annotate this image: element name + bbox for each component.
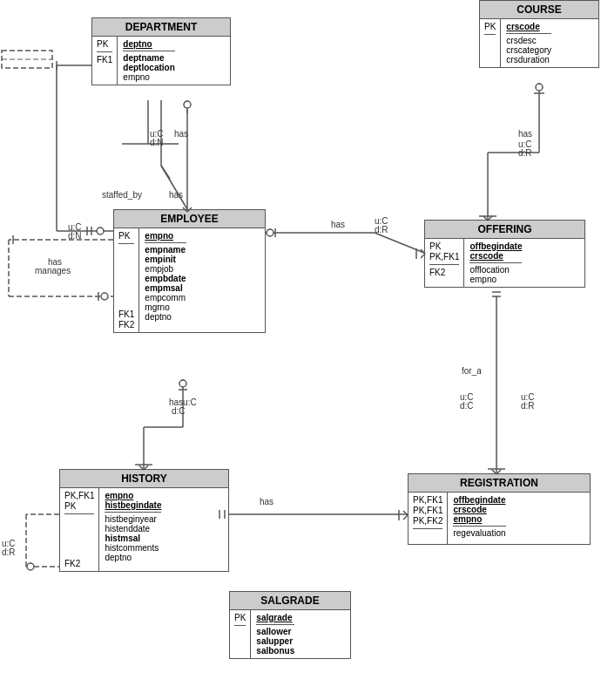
svg-point-16 <box>97 228 104 234</box>
hist-histbegindate: histbegindate <box>105 500 161 510</box>
dept-attrs: deptname deptlocation empno <box>123 53 174 82</box>
reg-attrs: regevaluation <box>453 528 505 538</box>
entity-history-title: HISTORY <box>60 470 228 488</box>
entity-registration-title: REGISTRATION <box>409 474 590 493</box>
svg-line-37 <box>375 233 424 253</box>
entity-department: DEPARTMENT PK FK1 deptno deptname deptlo… <box>91 17 231 85</box>
sal-attrs: sallower salupper salbonus <box>256 627 294 656</box>
course-pk-label: PK <box>484 22 496 31</box>
entity-employee-title: EMPLOYEE <box>114 210 265 228</box>
reg-crscode: crscode <box>453 505 505 514</box>
label-dc-off-reg: d:C <box>460 401 474 411</box>
entity-salgrade-title: SALGRADE <box>230 592 350 610</box>
emp-fk8-label: FK2 <box>118 320 134 330</box>
emp-fk2-label <box>118 257 134 267</box>
label-dr-off-reg: d:R <box>521 401 535 411</box>
emp-fk5-label <box>118 289 134 298</box>
svg-point-9 <box>184 101 191 108</box>
entity-course-title: COURSE <box>480 1 598 19</box>
entity-registration: REGISTRATION PK,FK1 PK,FK1 PK,FK2 offbeg… <box>408 473 591 545</box>
label-dn-dept: d:N <box>150 138 164 147</box>
dept-deptno: deptno <box>123 39 152 49</box>
label-dr-emp-off: d:R <box>375 225 388 234</box>
emp-fk7-label: FK1 <box>118 309 134 319</box>
svg-point-41 <box>267 229 273 236</box>
entity-salgrade: SALGRADE PK salgrade sallower salupper s… <box>229 591 351 659</box>
label-circle-has: has <box>174 129 188 139</box>
sal-salgrade: salgrade <box>256 613 294 622</box>
reg-offbegindate: offbegindate <box>453 495 505 505</box>
label-has-emp-off: has <box>331 220 345 229</box>
emp-fk1-label <box>118 247 134 256</box>
entity-department-title: DEPARTMENT <box>92 18 230 37</box>
svg-rect-63 <box>2 51 52 68</box>
emp-attrs: empname empinit empjob empbdate empmsal … <box>145 245 186 322</box>
hist-attrs: histbeginyear histenddate histmsal histc… <box>105 514 161 562</box>
label-manages: manages <box>35 266 71 275</box>
off-crscode: crscode <box>469 251 522 261</box>
svg-point-24 <box>179 380 186 387</box>
label-dr-course: d:R <box>518 148 532 158</box>
svg-point-35 <box>27 563 34 570</box>
course-pk-label2 <box>484 37 496 47</box>
course-attrs: crsdesc crscategory crsduration <box>506 36 551 65</box>
dept-fk1-label: FK1 <box>97 55 112 65</box>
hist-empno: empno <box>105 491 161 500</box>
dept-pk-label: PK <box>97 39 112 49</box>
off-offbegindate: offbegindate <box>469 241 522 251</box>
sal-pk-label: PK <box>234 613 246 622</box>
emp-fk6-label <box>118 299 134 309</box>
label-has-course-off: has <box>518 129 532 139</box>
emp-fk3-label <box>118 268 134 277</box>
entity-offering-title: OFFERING <box>425 221 584 239</box>
label-dn-left: d:N <box>68 231 82 241</box>
svg-point-49 <box>536 84 543 91</box>
course-crscode: crscode <box>506 22 539 31</box>
emp-fk4-label <box>118 278 134 288</box>
entity-course: COURSE PK crscode crsdesc crscategory cr… <box>479 0 599 68</box>
svg-line-2 <box>161 166 187 209</box>
svg-point-30 <box>101 293 108 300</box>
off-attrs: offlocation empno <box>469 265 522 284</box>
emp-pk-label: PK <box>118 231 134 241</box>
label-for-a: for_a <box>462 366 482 376</box>
label-has-dept-emp: has <box>169 190 183 200</box>
emp-empno: empno <box>145 231 173 241</box>
reg-empno: empno <box>453 514 505 524</box>
diagram-container: DEPARTMENT PK FK1 deptno deptname deptlo… <box>0 0 601 700</box>
label-dr-hist: d:R <box>2 547 16 557</box>
entity-offering: OFFERING PK PK,FK1 FK2 offbegindate crsc… <box>424 220 585 288</box>
label-dc-emp-hist: d:C <box>172 406 186 416</box>
svg-line-1 <box>161 166 170 179</box>
label-staffed-by: staffed_by <box>102 190 142 200</box>
sal-empty <box>234 629 246 638</box>
label-has-hist-reg: has <box>260 497 273 506</box>
entity-employee: EMPLOYEE PK FK1 FK2 empno <box>113 209 266 333</box>
entity-history: HISTORY PK,FK1 PK FK2 empno histbegindat… <box>59 469 229 572</box>
